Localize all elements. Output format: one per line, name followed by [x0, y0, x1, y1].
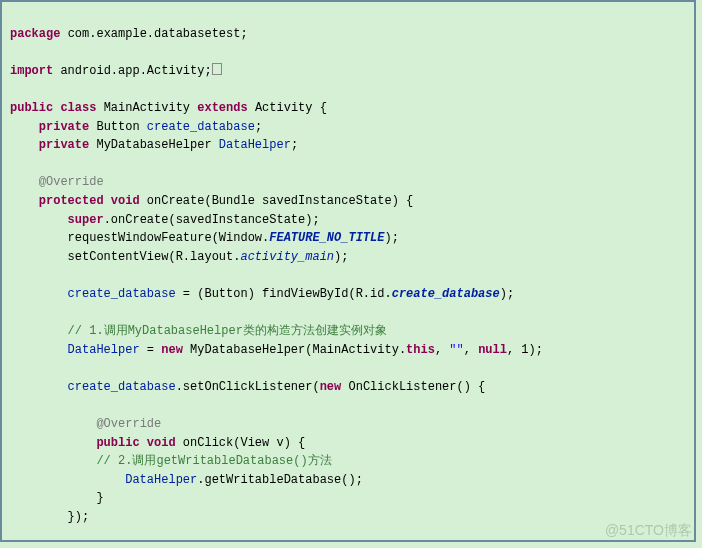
- type-button: Button: [96, 120, 139, 134]
- comment1-c: 类的构造方法创建实例对象: [243, 324, 387, 338]
- onclick-sig: onClick(View v) {: [183, 436, 305, 450]
- dh-d: ,: [464, 343, 478, 357]
- package-name: com.example.databasetest;: [68, 27, 248, 41]
- watermark: @51CTO博客: [605, 522, 692, 540]
- comment2-b: getWritableDatabase(): [156, 454, 307, 468]
- dh-c: ,: [435, 343, 449, 357]
- setcv-a: setContentView(R.layout.: [68, 250, 241, 264]
- reqwin-b: );: [384, 231, 398, 245]
- kw-super: super: [68, 213, 104, 227]
- dh-call: DataHelper: [125, 473, 197, 487]
- activity-main: activity_main: [240, 250, 334, 264]
- close-anon: });: [68, 510, 90, 524]
- kw-new: new: [161, 343, 183, 357]
- field-create-db: create_database: [147, 120, 255, 134]
- field-cdb-use: create_database: [68, 287, 176, 301]
- kw-class: class: [60, 101, 96, 115]
- dh-b: MyDatabaseHelper(MainActivity.: [183, 343, 406, 357]
- reqwin-a: requestWindowFeature(Window.: [68, 231, 270, 245]
- socl-a: .setOnClickListener(: [176, 380, 320, 394]
- kw-protected: protected: [39, 194, 104, 208]
- super-class: Activity: [255, 101, 313, 115]
- empty-string: "": [449, 343, 463, 357]
- kw-new2: new: [320, 380, 342, 394]
- import-line: android.app.Activity;: [60, 64, 211, 78]
- kw-extends: extends: [197, 101, 247, 115]
- comment2-c: 方法: [308, 454, 332, 468]
- kw-null: null: [478, 343, 507, 357]
- fold-marker-icon: [212, 63, 222, 75]
- kw-public: public: [10, 101, 53, 115]
- annotation-override2: @Override: [96, 417, 161, 431]
- semi2: ;: [291, 138, 298, 152]
- class-name: MainActivity: [104, 101, 190, 115]
- kw-this: this: [406, 343, 435, 357]
- cdb-listener: create_database: [68, 380, 176, 394]
- dh-lhs: DataHelper: [68, 343, 140, 357]
- kw-public2: public: [96, 436, 139, 450]
- cb1: }: [96, 491, 103, 505]
- kw-void: void: [111, 194, 140, 208]
- fvb-a: = (Button) findViewById(R.id.: [176, 287, 392, 301]
- oncreate-sig: onCreate(Bundle savedInstanceState) {: [147, 194, 413, 208]
- code-editor: package com.example.databasetest; import…: [0, 0, 696, 542]
- kw-private2: private: [39, 138, 89, 152]
- comment1-a: // 1.调用: [68, 324, 128, 338]
- comment1-b: MyDatabaseHelper: [128, 324, 243, 338]
- kw-private: private: [39, 120, 89, 134]
- socl-b: OnClickListener() {: [341, 380, 485, 394]
- kw-void2: void: [147, 436, 176, 450]
- feature-no-title: FEATURE_NO_TITLE: [269, 231, 384, 245]
- fvb-b: );: [500, 287, 514, 301]
- gwd: .getWritableDatabase();: [197, 473, 363, 487]
- dh-a: =: [140, 343, 162, 357]
- annotation-override: @Override: [39, 175, 104, 189]
- open-brace: {: [320, 101, 327, 115]
- field-datahelper: DataHelper: [219, 138, 291, 152]
- type-mydbhelper: MyDatabaseHelper: [96, 138, 211, 152]
- dh-e: , 1);: [507, 343, 543, 357]
- comment2-a: // 2.调用: [96, 454, 156, 468]
- setcv-b: );: [334, 250, 348, 264]
- kw-import: import: [10, 64, 53, 78]
- kw-package: package: [10, 27, 60, 41]
- semi: ;: [255, 120, 262, 134]
- super-call: .onCreate(savedInstanceState);: [104, 213, 320, 227]
- rid-create-db: create_database: [392, 287, 500, 301]
